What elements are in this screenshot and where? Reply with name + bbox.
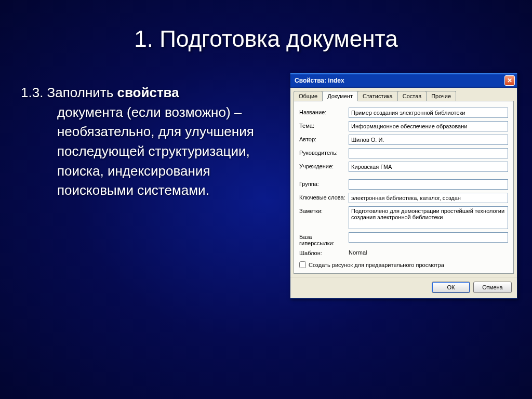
label-company: Учреждение: — [299, 162, 349, 169]
input-subject[interactable] — [349, 121, 508, 131]
tab-contents[interactable]: Состав — [397, 91, 427, 101]
label-comments: Заметки: — [299, 206, 349, 214]
value-template: Normal — [349, 249, 367, 256]
input-title[interactable] — [349, 108, 508, 118]
input-group[interactable] — [349, 179, 508, 190]
ok-button[interactable]: ОК — [432, 282, 470, 293]
input-company[interactable] — [349, 162, 508, 172]
input-hyperlink-base[interactable] — [349, 232, 508, 243]
label-manager: Руководитель: — [299, 148, 349, 156]
tab-general[interactable]: Общие — [294, 91, 323, 101]
window-title: Свойства: index — [295, 77, 504, 84]
label-keywords: Ключевые слова: — [299, 193, 349, 201]
tab-stats[interactable]: Статистика — [357, 91, 398, 101]
tab-panel-document: Название: Тема: Автор: Руководитель: Учр… — [294, 101, 514, 274]
body-lead: 1.3. Заполнить — [21, 85, 117, 100]
checkbox-save-preview-label: Создать рисунок для предварительного про… — [309, 262, 444, 268]
label-author: Автор: — [299, 135, 349, 142]
cancel-button[interactable]: Отмена — [473, 282, 512, 293]
slide-body: 1.3. Заполнить свойства документа (если … — [16, 62, 286, 201]
body-bold: свойства — [117, 85, 179, 100]
label-group: Группа: — [299, 179, 349, 187]
checkbox-save-preview[interactable] — [299, 261, 306, 268]
label-hyperlink-base: База гиперссылки: — [299, 232, 349, 246]
slide-title: 1. Подготовка документа — [0, 0, 532, 52]
tab-row: Общие Документ Статистика Состав Прочие — [290, 88, 517, 101]
input-manager[interactable] — [349, 148, 508, 158]
properties-dialog: Свойства: index ✕ Общие Документ Статист… — [290, 73, 517, 299]
label-subject: Тема: — [299, 121, 349, 129]
label-template: Шаблон: — [299, 249, 349, 256]
close-icon: ✕ — [507, 77, 512, 84]
close-button[interactable]: ✕ — [504, 75, 515, 86]
input-keywords[interactable] — [349, 193, 508, 203]
titlebar[interactable]: Свойства: index ✕ — [290, 73, 517, 88]
input-comments[interactable] — [349, 206, 508, 229]
body-rest: документа (если возможно) – необязательн… — [21, 103, 286, 201]
input-author[interactable] — [349, 135, 508, 145]
tab-document[interactable]: Документ — [322, 91, 358, 101]
tab-other[interactable]: Прочие — [426, 91, 456, 101]
button-bar: ОК Отмена — [290, 277, 517, 298]
label-title: Название: — [299, 108, 349, 115]
